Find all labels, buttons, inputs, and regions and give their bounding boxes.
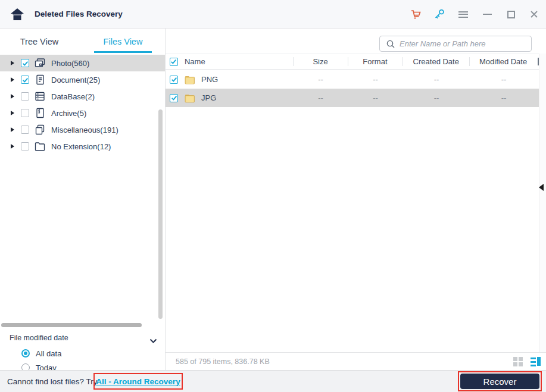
tree-item-no-extension[interactable]: No Extension(12) [0,138,165,155]
tree-vertical-scrollbar[interactable] [158,109,163,319]
radio-all-data[interactable]: All data [21,349,61,358]
tab-tree-view[interactable]: Tree View [11,29,68,53]
document-icon [35,74,45,85]
cart-icon[interactable] [408,0,423,29]
filter-section-title: File modified date [10,334,68,342]
tree-item-document[interactable]: Document(25) [0,71,165,88]
menu-icon[interactable] [455,0,471,29]
column-header-name[interactable]: Name [182,57,293,66]
annotation-highlight-box: Recover [458,371,542,391]
checkbox-document[interactable] [21,76,29,84]
all-around-recovery-link[interactable]: All - Around Recovery [96,377,180,386]
tab-files-view[interactable]: Files View [94,29,152,53]
database-icon [35,91,45,102]
tree-item-photo[interactable]: Photo(560) [0,55,165,71]
list-view-icon[interactable] [531,356,541,367]
column-header-format[interactable]: Format [348,57,403,66]
file-name: JPG [201,93,216,102]
tree-item-miscellaneous[interactable]: Miscellaneous(191) [0,121,165,138]
radio-button[interactable] [21,349,30,357]
maximize-icon[interactable] [503,0,519,29]
cell-modified-date: -- [470,93,537,102]
tree-item-label: Photo(560) [51,59,89,68]
annotation-highlight-box: All - Around Recovery [93,373,183,390]
cell-size: -- [294,75,348,84]
archive-icon [35,108,45,118]
home-icon[interactable] [10,7,25,24]
cell-format: -- [348,93,403,102]
expand-arrow-icon[interactable] [11,77,14,82]
tree-item-label: Archive(5) [51,109,86,118]
selection-summary: 585 of 795 items, 836.78 KB [176,353,270,371]
cell-modified-date: -- [470,75,537,84]
table-row-png[interactable]: PNG -- -- -- -- [166,70,539,89]
tree-item-database[interactable]: DataBase(2) [0,88,165,105]
cell-size: -- [294,93,348,102]
check-icon [171,95,177,101]
file-list-panel: Name Size Format Created Date Modified D… [166,54,546,370]
checkbox-archive[interactable] [21,109,29,117]
expand-arrow-icon[interactable] [11,94,14,99]
column-header-size[interactable]: Size [294,57,348,66]
check-icon [22,77,29,83]
file-type-tree-panel: Photo(560) Document(25) [0,54,165,370]
tree-item-label: Miscellaneous(191) [51,126,118,134]
window-title: Deleted Files Recovery [35,0,123,29]
photo-icon [35,58,45,68]
folder-icon [185,75,195,84]
column-header-modified-date[interactable]: Modified Date [470,57,536,66]
tree-item-label: DataBase(2) [51,92,95,101]
radio-label: All data [36,349,61,358]
checkbox-database[interactable] [21,92,29,101]
header-checkbox[interactable] [170,58,178,66]
search-icon [386,39,395,49]
search-box[interactable] [379,36,532,52]
tree-horizontal-scrollbar[interactable] [1,323,142,327]
cell-format: -- [348,75,403,84]
close-icon[interactable] [526,0,542,29]
row-checkbox[interactable] [170,94,178,102]
toolbar-row: Tree View Files View [0,29,546,54]
checkbox-no-extension[interactable] [21,142,29,150]
table-vertical-scrollbar[interactable] [539,54,546,352]
row-checkbox[interactable] [170,76,178,84]
expand-arrow-icon[interactable] [11,61,14,65]
footer-prompt: Cannot find lost files? Try [7,371,98,392]
no-extension-icon [35,141,45,152]
search-input[interactable] [400,39,531,48]
file-name: PNG [201,75,218,84]
check-icon [170,58,177,65]
table-row-jpg[interactable]: JPG -- -- -- -- [166,89,539,107]
tree-item-archive[interactable]: Archive(5) [0,105,165,121]
checkbox-photo[interactable] [21,59,29,67]
checkbox-miscellaneous[interactable] [21,126,29,134]
panel-collapse-arrow-icon[interactable] [539,184,544,191]
check-icon [22,60,29,67]
cell-created-date: -- [403,93,470,102]
recover-button[interactable]: Recover [460,374,539,389]
chevron-down-icon[interactable] [149,335,157,346]
expand-arrow-icon[interactable] [11,127,14,132]
footer-bar: Cannot find lost files? Try All - Around… [0,370,546,392]
status-bar: 585 of 795 items, 836.78 KB [166,352,546,370]
minimize-icon[interactable] [479,0,495,29]
folder-icon [185,93,195,103]
table-header: Name Size Format Created Date Modified D… [166,54,539,70]
title-bar: Deleted Files Recovery [0,0,546,29]
deleted-files-recovery-window: Deleted Files Recovery [0,0,546,392]
cell-created-date: -- [403,75,470,84]
tree-item-label: No Extension(12) [51,142,111,151]
tree-item-label: Document(25) [51,76,100,84]
column-header-created-date[interactable]: Created Date [403,57,469,66]
miscellaneous-icon [35,124,45,135]
key-icon[interactable] [432,0,447,29]
check-icon [171,76,177,83]
expand-arrow-icon[interactable] [11,111,14,115]
grid-view-icon[interactable] [513,357,523,366]
expand-arrow-icon[interactable] [11,144,14,149]
